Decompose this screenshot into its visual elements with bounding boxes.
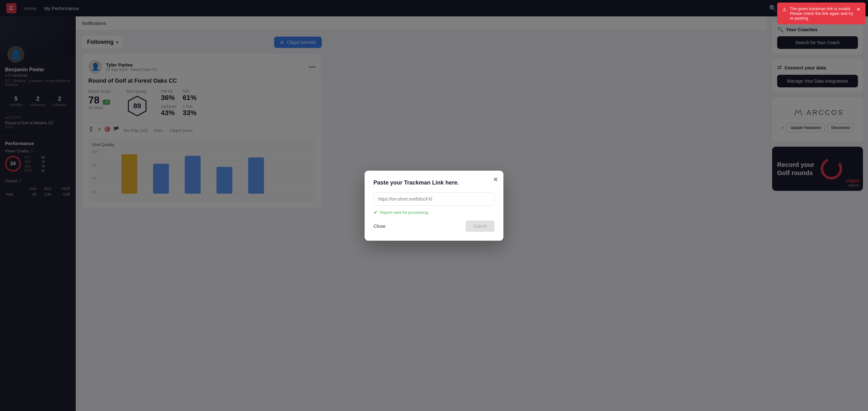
modal-success-message: ✔ Report sent for processing	[373, 210, 495, 215]
modal-title: Paste your Trackman Link here.	[373, 180, 495, 186]
trackman-modal: Paste your Trackman Link here. ✕ ✔ Repor…	[365, 171, 503, 241]
toast-message: The given trackman link is invalid. Plea…	[790, 6, 853, 21]
trackman-link-input[interactable]	[373, 192, 495, 205]
modal-overlay: Paste your Trackman Link here. ✕ ✔ Repor…	[0, 0, 868, 411]
modal-submit-button[interactable]: Submit	[466, 220, 495, 232]
warning-icon: ⚠	[782, 7, 786, 12]
modal-footer: Close Submit	[373, 220, 495, 232]
check-icon: ✔	[373, 210, 377, 215]
toast-close-icon[interactable]: ✕	[856, 6, 861, 12]
modal-close-button[interactable]: Close	[373, 223, 385, 229]
error-toast: ⚠ The given trackman link is invalid. Pl…	[777, 2, 866, 24]
modal-close-x-button[interactable]: ✕	[493, 176, 498, 183]
